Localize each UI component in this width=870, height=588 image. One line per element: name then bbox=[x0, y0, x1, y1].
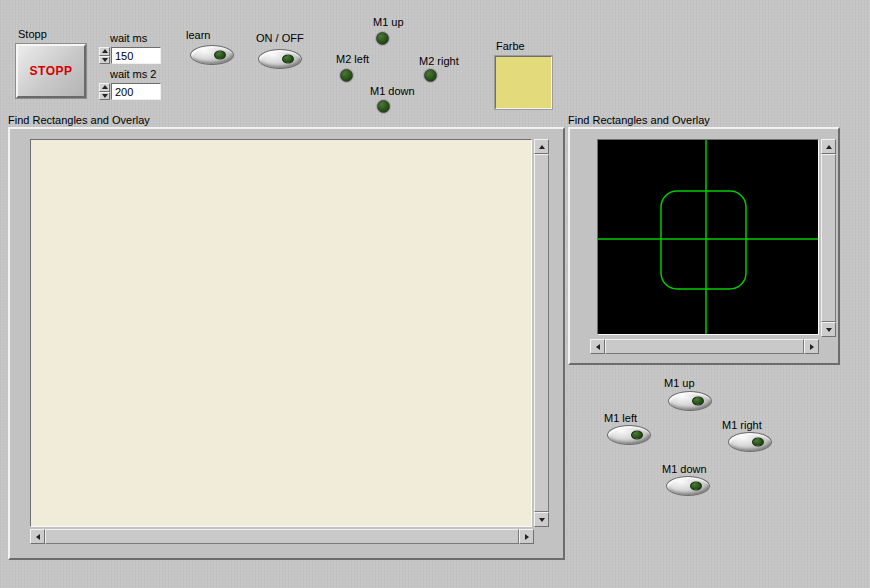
m2-left-led bbox=[340, 69, 353, 82]
right-image-display bbox=[568, 127, 840, 365]
wait-ms-increment-button[interactable] bbox=[99, 47, 110, 56]
farbe-color-box[interactable] bbox=[495, 56, 552, 109]
stopp-button-label: STOPP bbox=[30, 64, 73, 78]
m1-down-button-label: M1 down bbox=[662, 463, 707, 475]
m1-down-led-label: M1 down bbox=[370, 85, 415, 97]
right-image-canvas bbox=[597, 139, 819, 335]
scroll-left-button[interactable] bbox=[30, 529, 45, 544]
scrollbar-track[interactable] bbox=[45, 529, 519, 544]
scroll-left-button[interactable] bbox=[590, 339, 605, 354]
m2-left-led-label: M2 left bbox=[336, 53, 369, 65]
stopp-button[interactable]: STOPP bbox=[16, 44, 86, 98]
down-arrow-icon bbox=[539, 518, 545, 522]
onoff-label: ON / OFF bbox=[256, 32, 304, 44]
left-display-label: Find Rectangles and Overlay bbox=[8, 114, 150, 126]
led-indicator-icon bbox=[631, 431, 643, 440]
m1-left-button-label: M1 left bbox=[604, 412, 637, 424]
scroll-down-button[interactable] bbox=[821, 322, 836, 337]
m1-up-button-label: M1 up bbox=[664, 377, 695, 389]
up-arrow-icon bbox=[539, 145, 545, 149]
wait-ms2-decrement-button[interactable] bbox=[99, 92, 110, 101]
learn-label: learn bbox=[186, 29, 210, 41]
m2-right-led-label: M2 right bbox=[419, 55, 459, 67]
wait-ms-spinner bbox=[99, 47, 110, 64]
scrollbar-thumb[interactable] bbox=[534, 154, 549, 512]
scroll-right-button[interactable] bbox=[804, 339, 819, 354]
stopp-label: Stopp bbox=[18, 28, 47, 40]
wait-ms2-label: wait ms 2 bbox=[110, 68, 156, 80]
scrollbar-track[interactable] bbox=[534, 154, 549, 512]
wait-ms-label: wait ms bbox=[110, 32, 147, 44]
scroll-up-button[interactable] bbox=[534, 139, 549, 154]
learn-button[interactable] bbox=[190, 45, 234, 65]
m2-right-led bbox=[424, 69, 437, 82]
left-horizontal-scrollbar[interactable] bbox=[30, 529, 534, 544]
scroll-right-button[interactable] bbox=[519, 529, 534, 544]
m1-left-button[interactable] bbox=[607, 425, 651, 445]
right-arrow-icon bbox=[525, 534, 529, 540]
down-arrow-icon bbox=[102, 94, 108, 98]
left-image-canvas bbox=[30, 139, 532, 527]
scrollbar-track[interactable] bbox=[821, 154, 836, 322]
left-vertical-scrollbar[interactable] bbox=[534, 139, 549, 527]
led-indicator-icon bbox=[282, 55, 294, 64]
scrollbar-track[interactable] bbox=[605, 339, 804, 354]
m1-up-led bbox=[376, 32, 389, 45]
m1-up-button[interactable] bbox=[668, 391, 712, 411]
rectangle-overlay-graphic bbox=[598, 140, 818, 334]
scrollbar-thumb[interactable] bbox=[821, 154, 836, 322]
left-arrow-icon bbox=[36, 534, 40, 540]
scroll-up-button[interactable] bbox=[821, 139, 836, 154]
left-arrow-icon bbox=[596, 344, 600, 350]
wait-ms-input[interactable] bbox=[111, 47, 161, 64]
right-arrow-icon bbox=[810, 344, 814, 350]
scrollbar-thumb[interactable] bbox=[45, 529, 519, 544]
up-arrow-icon bbox=[826, 145, 832, 149]
on-off-button[interactable] bbox=[258, 49, 302, 69]
wait-ms2-input[interactable] bbox=[111, 83, 161, 100]
wait-ms-decrement-button[interactable] bbox=[99, 56, 110, 65]
up-arrow-icon bbox=[102, 85, 108, 89]
m1-up-led-label: M1 up bbox=[373, 16, 404, 28]
scroll-down-button[interactable] bbox=[534, 512, 549, 527]
down-arrow-icon bbox=[826, 328, 832, 332]
down-arrow-icon bbox=[102, 58, 108, 62]
wait-ms2-increment-button[interactable] bbox=[99, 83, 110, 92]
m1-right-button-label: M1 right bbox=[722, 419, 762, 431]
farbe-label: Farbe bbox=[496, 40, 525, 52]
up-arrow-icon bbox=[102, 49, 108, 53]
labview-front-panel: Stopp STOPP wait ms wait ms 2 learn ON /… bbox=[0, 0, 870, 588]
m1-down-led bbox=[377, 100, 390, 113]
led-indicator-icon bbox=[692, 397, 704, 406]
right-vertical-scrollbar[interactable] bbox=[821, 139, 836, 337]
right-horizontal-scrollbar[interactable] bbox=[590, 339, 819, 354]
wait-ms2-spinner bbox=[99, 83, 110, 100]
led-indicator-icon bbox=[752, 438, 764, 447]
m1-right-button[interactable] bbox=[728, 432, 772, 452]
m1-down-button[interactable] bbox=[666, 476, 710, 496]
led-indicator-icon bbox=[214, 51, 226, 60]
led-indicator-icon bbox=[690, 482, 702, 491]
left-image-display bbox=[8, 127, 565, 560]
right-display-label: Find Rectangles and Overlay bbox=[568, 114, 710, 126]
scrollbar-thumb[interactable] bbox=[605, 339, 804, 354]
